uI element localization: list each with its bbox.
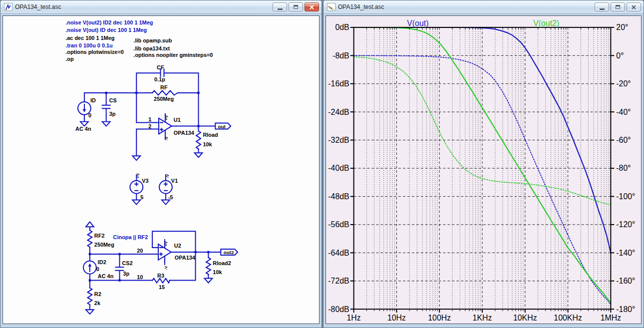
schematic-label: -V <box>164 136 169 141</box>
restore-button[interactable] <box>611 2 625 11</box>
minimize-button[interactable] <box>595 2 609 11</box>
wires-bottom-circuit <box>90 227 221 310</box>
waveform-titlebar[interactable]: OPA134_test.asc <box>323 0 644 14</box>
schematic-label: V3 <box>142 178 148 184</box>
axis-tick-label: 100KHz <box>554 314 582 322</box>
schematic-label: U1 <box>174 117 181 123</box>
axis-tick-label: 100Hz <box>428 314 451 322</box>
schematic-label: R3 <box>157 273 164 279</box>
close-button[interactable] <box>627 2 641 11</box>
axis-tick-label: -32dB <box>328 136 349 144</box>
voltage-source-V1[interactable] <box>159 181 172 194</box>
resistor-R3[interactable] <box>152 279 170 283</box>
axis-tick-label: -40° <box>616 108 631 116</box>
schematic-label: .tran 0 100u 0 0.1u <box>65 42 113 48</box>
waveform-window[interactable]: OPA134_test.asc 0dB-8dB-16dB-24dB-32dB-4… <box>323 0 644 328</box>
axis-tick-label: -80dB <box>328 305 349 314</box>
axis-tick-label: -80° <box>616 164 631 172</box>
resistor-R2[interactable] <box>87 288 92 305</box>
schematic-label: CF <box>157 64 164 70</box>
axis-tick-label: -180° <box>616 305 635 314</box>
schematic-titlebar[interactable]: OPA134_test.asc <box>0 0 322 14</box>
ltspice-schematic-icon[interactable] <box>4 3 12 11</box>
voltage-source-V3[interactable] <box>130 181 143 194</box>
schematic-label: -V <box>165 174 170 178</box>
resistor-Rload2[interactable] <box>206 258 211 275</box>
axis-tick-label: -120° <box>616 220 635 229</box>
ground-icon <box>80 122 88 126</box>
schematic-label: CS2 <box>122 260 132 266</box>
schematic-label: 2k <box>94 300 101 306</box>
legend-vout2[interactable]: V(out2) <box>533 19 559 27</box>
capacitor-CS[interactable] <box>102 105 110 108</box>
schematic-label: +V <box>164 115 169 120</box>
ground-icon <box>195 153 203 157</box>
schematic-label: 1 <box>148 116 151 122</box>
schematic-label: Rload <box>203 132 218 138</box>
schematic-label: 2 <box>148 123 151 129</box>
schematic-label: .lib opamp.sub <box>133 37 172 43</box>
schematic-label: 0.1p <box>154 76 165 82</box>
resistor-Rload[interactable] <box>196 131 201 149</box>
minimize-button[interactable] <box>273 2 287 11</box>
resistor-RF2[interactable] <box>87 230 92 247</box>
schematic-label: .noise V(out) ID dec 100 1 1Meg <box>65 27 147 33</box>
resistor-RF[interactable] <box>152 91 178 95</box>
rail-flag-icon <box>86 222 94 227</box>
schematic-label: 3p <box>123 271 129 277</box>
schematic-label: -5 <box>168 194 173 200</box>
schematic-label: OPA134 <box>175 255 195 261</box>
restore-button[interactable] <box>289 2 303 11</box>
window-title: OPA134_test.asc <box>15 3 273 10</box>
schematic-label: ID2 <box>98 259 106 265</box>
schematic-label: Rload2 <box>213 260 231 266</box>
schematic-label: 250Meg <box>154 96 174 102</box>
schematic-label: +V <box>164 241 168 246</box>
schematic-canvas[interactable]: .noise V(out2) ID2 dec 100 1 1Meg.noise … <box>2 15 320 324</box>
schematic-label: U2 <box>174 243 181 249</box>
ground-icon <box>204 279 212 283</box>
schematic-label: 250Meg <box>94 242 114 248</box>
waveform-canvas[interactable]: 0dB-8dB-16dB-24dB-32dB-40dB-48dB-56dB-64… <box>325 15 642 324</box>
capacitor-CS2[interactable] <box>116 267 124 270</box>
schematic-label: RF <box>160 84 168 90</box>
schematic-label: 20 <box>137 248 143 254</box>
ground-icon <box>162 200 170 205</box>
axis-tick-label: -72dB <box>328 277 349 285</box>
axis-tick-label: -40dB <box>328 164 349 172</box>
close-button[interactable] <box>305 2 319 11</box>
axis-tick-label: -100° <box>616 192 635 201</box>
ground-icon <box>132 200 140 205</box>
wires-top-circuit <box>84 73 215 200</box>
axis-tick-label: -160° <box>616 277 635 285</box>
schematic-label: .op <box>65 56 74 62</box>
current-source-ID2[interactable] <box>83 261 96 274</box>
schematic-label: out <box>218 124 226 129</box>
axis-tick-label: 20° <box>616 23 628 31</box>
schematic-label: 0 <box>96 266 99 272</box>
axis-tick-label: 0dB <box>335 23 349 31</box>
schematic-window[interactable]: OPA134_test.asc <box>0 0 322 328</box>
schematic-label: 0 <box>88 112 91 118</box>
legend-vout[interactable]: V(out) <box>407 19 428 27</box>
ltspice-waveform-icon[interactable] <box>327 3 335 11</box>
axis-tick-label: -48dB <box>328 192 349 201</box>
schematic-label: 3p <box>109 111 116 117</box>
schematic-label: Cinopa || RF2 <box>113 234 148 240</box>
axis-tick-label: -8dB <box>332 51 349 60</box>
schematic-label: AC 4n <box>75 126 91 132</box>
window-title: OPA134_test.asc <box>338 3 595 10</box>
schematic-label: CS <box>109 97 117 103</box>
axis-tick-label: 0° <box>616 51 624 60</box>
schematic-label: 15 <box>159 284 165 290</box>
axis-tick-label: -56dB <box>328 220 349 229</box>
axis-tick-label: -16dB <box>328 79 349 88</box>
ground-icon <box>102 122 110 126</box>
ground-icon <box>132 156 140 160</box>
plot-grid <box>354 27 611 309</box>
schematic-label: AC 4n <box>98 273 114 279</box>
schematic-label: RF2 <box>94 233 105 239</box>
axis-tick-label: 1Hz <box>347 314 361 322</box>
ground-icon <box>86 310 94 314</box>
schematic-label: ID <box>90 97 96 103</box>
